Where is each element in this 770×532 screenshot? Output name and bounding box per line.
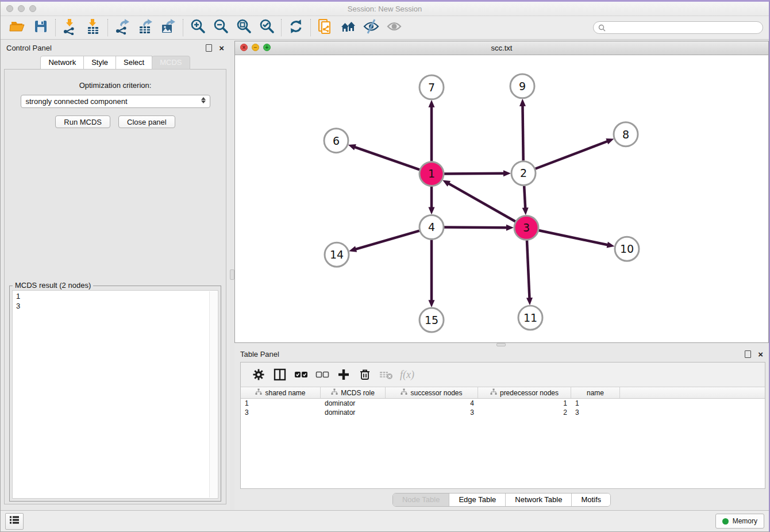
result-scrollbar[interactable] <box>209 291 217 498</box>
close-window-button[interactable] <box>6 5 13 12</box>
graph-node-3[interactable]: 3 <box>514 215 538 240</box>
import-network-button[interactable] <box>59 18 82 37</box>
column-header-shared-name[interactable]: shared name <box>241 387 321 398</box>
zoom-in-button[interactable] <box>186 18 209 37</box>
table-cell[interactable]: 2 <box>478 408 571 417</box>
graph-edge-1-2[interactable] <box>444 174 505 174</box>
vertical-splitter[interactable] <box>230 40 234 510</box>
graph-node-1[interactable]: 1 <box>419 162 444 186</box>
graph-node-2[interactable]: 2 <box>511 161 536 186</box>
table-cell[interactable]: 4 <box>386 399 478 407</box>
mcds-result-list[interactable]: 13 <box>12 290 218 499</box>
graph-edge-4-3[interactable] <box>444 228 507 228</box>
column-header-predecessor-nodes[interactable]: predecessor nodes <box>478 387 571 398</box>
delete-column-button[interactable] <box>354 366 375 383</box>
first-neighbors-button[interactable] <box>337 18 360 37</box>
graph-node-8[interactable]: 8 <box>614 122 638 147</box>
table-cell[interactable]: 1 <box>571 399 620 407</box>
close-view-button[interactable]: × <box>240 44 248 51</box>
refresh-button[interactable] <box>284 18 307 37</box>
graph-node-4[interactable]: 4 <box>419 215 444 239</box>
import-table-button[interactable] <box>82 18 105 37</box>
table-cell[interactable]: 3 <box>241 408 321 417</box>
deselect-all-button[interactable] <box>311 366 333 383</box>
save-session-button[interactable] <box>29 18 52 37</box>
zoom-window-button[interactable] <box>29 5 36 12</box>
table-cell[interactable]: 3 <box>386 408 478 417</box>
float-panel-icon[interactable] <box>206 44 212 52</box>
graph-edge-4-14[interactable] <box>355 231 419 250</box>
graph-edge-2-9[interactable] <box>522 105 523 161</box>
zoom-selected-button[interactable] <box>255 18 278 37</box>
graph-edge-3-10[interactable] <box>539 230 609 245</box>
graph-node-14[interactable]: 14 <box>325 242 349 267</box>
splitter-grip[interactable] <box>496 343 506 346</box>
graph-edge-3-1[interactable] <box>448 183 515 222</box>
horizontal-splitter[interactable] <box>234 343 769 346</box>
column-header-mcds-role[interactable]: MCDS role <box>321 387 386 398</box>
graph-edge-2-3[interactable] <box>524 186 525 209</box>
graph-node-15[interactable]: 15 <box>419 308 444 332</box>
memory-button[interactable]: Memory <box>715 514 764 529</box>
close-panel-icon[interactable]: × <box>219 44 224 52</box>
add-column-button[interactable] <box>333 366 354 383</box>
search-input[interactable] <box>593 21 763 34</box>
table-columns-button[interactable] <box>269 366 290 383</box>
graph-node-7[interactable]: 7 <box>419 75 444 99</box>
export-table-button[interactable] <box>134 18 157 37</box>
table-row[interactable]: 3dominator323 <box>241 408 765 417</box>
export-image-button[interactable] <box>157 18 180 37</box>
open-session-button[interactable] <box>6 18 29 37</box>
column-header-successor-nodes[interactable]: successor nodes <box>386 387 478 398</box>
graph-node-6[interactable]: 6 <box>324 129 348 153</box>
close-panel-icon[interactable]: × <box>758 350 763 358</box>
tab-network[interactable]: Network <box>40 56 84 70</box>
graph-node-10[interactable]: 10 <box>615 237 639 261</box>
graph-node-11[interactable]: 11 <box>518 306 542 330</box>
table-cell[interactable]: 1 <box>478 399 571 407</box>
export-network-button[interactable] <box>111 18 134 37</box>
table-settings-button[interactable] <box>248 366 269 383</box>
table-cell[interactable]: 1 <box>241 399 321 407</box>
eye-slash-icon <box>363 18 380 37</box>
tab-network-table[interactable]: Network Table <box>505 494 571 506</box>
table-cell[interactable]: dominator <box>321 399 386 407</box>
zoom-fit-button[interactable] <box>232 18 255 37</box>
column-header-name[interactable]: name <box>571 387 620 398</box>
graph-edge-1-6[interactable] <box>354 147 419 170</box>
minimize-window-button[interactable] <box>18 5 25 12</box>
memory-status-icon <box>722 518 729 525</box>
graph-edge-3-11[interactable] <box>527 240 530 299</box>
tab-edge-table[interactable]: Edge Table <box>449 494 505 506</box>
minimize-view-button[interactable]: − <box>252 44 259 51</box>
splitter-grip[interactable] <box>230 269 234 280</box>
table-cell[interactable]: dominator <box>321 408 386 417</box>
float-panel-icon[interactable] <box>745 350 751 358</box>
close-panel-button[interactable]: Close panel <box>118 115 175 128</box>
graph-node-label: 3 <box>523 221 530 234</box>
network-graph[interactable]: 7968124314101511 <box>235 55 768 342</box>
tab-motifs[interactable]: Motifs <box>571 494 610 506</box>
zoom-fit-icon <box>235 18 252 37</box>
show-panels-button[interactable] <box>5 513 24 530</box>
run-mcds-button[interactable]: Run MCDS <box>55 115 110 128</box>
tab-select[interactable]: Select <box>116 56 152 70</box>
graph-edge-2-8[interactable] <box>536 141 609 168</box>
optimization-criterion-select[interactable]: strongly connected component <box>21 95 210 108</box>
show-all-button[interactable] <box>383 18 406 37</box>
select-all-button[interactable] <box>290 366 311 383</box>
maximize-view-button[interactable]: + <box>263 44 271 51</box>
table-panel-title: Table Panel <box>240 350 279 358</box>
table-cell[interactable]: 3 <box>571 408 620 417</box>
graph-node-9[interactable]: 9 <box>510 74 534 98</box>
control-panel-title: Control Panel <box>6 44 52 52</box>
tab-node-table[interactable]: Node Table <box>393 494 449 506</box>
new-network-from-selection-button[interactable] <box>314 18 337 37</box>
table-row[interactable]: 1dominator411 <box>241 399 765 408</box>
control-panel: Control Panel × NetworkStyleSelectMCDS O… <box>1 40 230 510</box>
hide-selected-button[interactable] <box>360 18 383 37</box>
network-view[interactable]: 7968124314101511 <box>235 55 768 342</box>
tab-mcds[interactable]: MCDS <box>152 56 190 70</box>
zoom-out-button[interactable] <box>209 18 232 37</box>
tab-style[interactable]: Style <box>83 56 116 70</box>
